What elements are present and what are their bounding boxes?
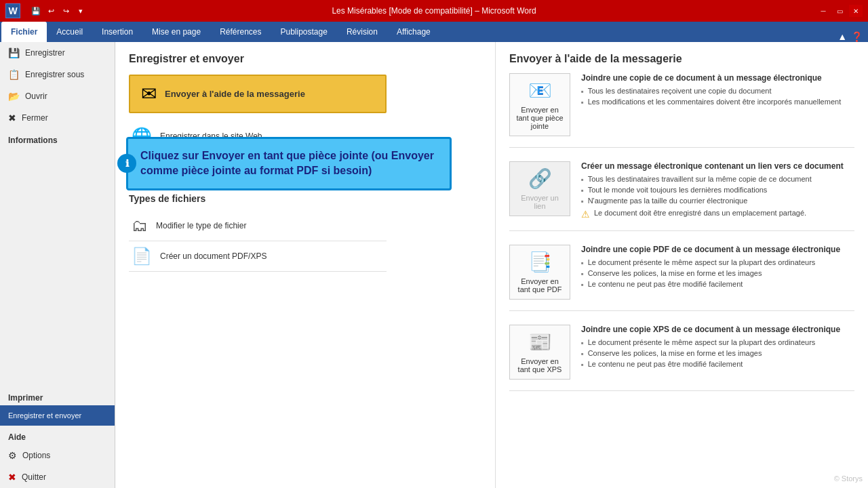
tab-references[interactable]: Références — [210, 22, 271, 42]
sidebar-item-fermer[interactable]: ✖ Fermer — [0, 107, 115, 129]
title-bar-left: W 💾 ↩ ↪ ▾ — [5, 3, 87, 18]
save-as-icon: 📋 — [8, 69, 20, 80]
word-logo: W — [5, 3, 20, 18]
main-layout: 💾 Enregistrer 📋 Enregistrer sous 📂 Ouvri… — [0, 42, 868, 488]
tab-publipostage[interactable]: Publipostage — [271, 22, 337, 42]
right-section-title: Envoyer à l'aide de la messagerie — [509, 53, 854, 65]
quitter-icon: ✖ — [8, 472, 16, 483]
xps-bullet-2-text: Conserve les polices, la mise en forme e… — [588, 349, 762, 357]
send-pdf-block: 📑 Envoyer en tant que PDF Joindre une co… — [509, 245, 854, 311]
send-pdf-row: 📑 Envoyer en tant que PDF Joindre une co… — [509, 245, 854, 300]
sidebar-quitter-label: Quitter — [22, 472, 46, 482]
create-pdf-btn[interactable]: 📄 Créer un document PDF/XPS — [129, 241, 387, 272]
attachment-icon: 📧 — [528, 79, 552, 102]
xps-bullet-3: Le contenu ne peut pas être modifié faci… — [581, 359, 854, 369]
left-section-title: Enregistrer et envoyer — [129, 53, 481, 65]
sidebar-enregistrer-envoyer-label: Enregistrer et envoyer — [8, 411, 81, 420]
send-attachment-bullets: Tous les destinataires reçoivent une cop… — [581, 85, 854, 107]
send-link-row: 🔗 Envoyer un lien Créer un message élect… — [509, 161, 854, 220]
redo-quick-btn[interactable]: ↪ — [60, 5, 72, 17]
link-bullet-3-text: N'augmente pas la taille du courrier éle… — [588, 197, 748, 205]
sidebar-item-ouvrir[interactable]: 📂 Ouvrir — [0, 85, 115, 107]
send-link-btn: 🔗 Envoyer un lien — [509, 161, 570, 216]
warning-icon: ⚠ — [581, 209, 590, 220]
bullet-2: Les modifications et les commentaires do… — [581, 96, 854, 107]
sidebar-item-enregistrer[interactable]: 💾 Enregistrer — [0, 42, 115, 64]
xps-bullet-2: Conserve les polices, la mise en forme e… — [581, 348, 854, 359]
sidebar-section-imprimer: Imprimer — [0, 386, 115, 405]
pdf-icon: 📄 — [132, 247, 152, 266]
send-link-label: Envoyer un lien — [515, 194, 564, 210]
save-quick-btn[interactable]: 💾 — [30, 5, 42, 17]
send-link-bullets: Tous les destinataires travaillent sur l… — [581, 174, 854, 206]
tab-revision[interactable]: Révision — [337, 22, 387, 42]
email-send-icon: ✉ — [141, 83, 157, 105]
modify-file-type-label: Modifier le type de fichier — [156, 221, 246, 230]
ribbon-tabs: Fichier Accueil Insertion Mise en page R… — [0, 22, 868, 42]
highlight-send-email-btn[interactable]: ✉ Envoyer à l'aide de la messagerie — [129, 75, 387, 113]
sidebar-ouvrir-label: Ouvrir — [25, 92, 47, 101]
link-bullet-2-text: Tout le monde voit toujours les dernière… — [588, 186, 768, 194]
collapse-ribbon-btn[interactable]: ▲ — [837, 31, 847, 42]
highlight-send-email-label: Envoyer à l'aide de la messagerie — [165, 89, 305, 99]
undo-quick-btn[interactable]: ↩ — [45, 5, 57, 17]
send-attachment-row: 📧 Envoyer en tant que pièce jointe Joind… — [509, 73, 854, 136]
maximize-button[interactable]: ▭ — [833, 5, 846, 17]
send-pdf-desc: Joindre une copie PDF de ce document à u… — [581, 245, 854, 289]
send-xps-label: Envoyer en tant que XPS — [515, 357, 564, 373]
tab-affichage[interactable]: Affichage — [387, 22, 440, 42]
tab-insertion[interactable]: Insertion — [92, 22, 142, 42]
send-pdf-title: Joindre une copie PDF de ce document à u… — [581, 245, 854, 254]
tooltip-info-icon: ℹ — [117, 154, 136, 173]
tab-mise-en-page[interactable]: Mise en page — [142, 22, 210, 42]
ribbon-right-controls: ▲ ❓ — [837, 31, 867, 42]
link-bullet-2: Tout le monde voit toujours les dernière… — [581, 184, 854, 195]
minimize-button[interactable]: ─ — [816, 5, 830, 17]
left-panel: Enregistrer et envoyer ✉ Envoyer à l'aid… — [115, 42, 495, 488]
sidebar-section-informations: Informations — [0, 129, 115, 148]
sidebar-item-options[interactable]: ⚙ Options — [0, 445, 115, 466]
pdf-icon: 📑 — [528, 251, 552, 273]
send-attachment-title: Joindre une copie de ce document à un me… — [581, 73, 854, 83]
tab-accueil[interactable]: Accueil — [47, 22, 92, 42]
send-pdf-label: Envoyer en tant que PDF — [515, 277, 564, 293]
xps-bullet-1-text: Le document présente le même aspect sur … — [588, 338, 816, 346]
modify-file-type-btn[interactable]: 🗂 Modifier le type de fichier — [129, 211, 387, 241]
close-button[interactable]: ✕ — [849, 5, 863, 17]
tab-fichier[interactable]: Fichier — [1, 22, 47, 42]
sidebar-item-enregistrer-envoyer[interactable]: Enregistrer et envoyer — [0, 405, 115, 426]
sidebar-item-enregistrer-sous[interactable]: 📋 Enregistrer sous — [0, 64, 115, 85]
send-link-desc: Créer un message électronique contenant … — [581, 161, 854, 220]
window-controls: ─ ▭ ✕ — [816, 5, 863, 17]
send-attachment-block: 📧 Envoyer en tant que pièce jointe Joind… — [509, 73, 854, 148]
sidebar-fermer-label: Fermer — [22, 113, 48, 123]
file-type-icon: 🗂 — [132, 216, 148, 235]
pdf-bullet-3-text: Le contenu ne peut pas être modifié faci… — [588, 280, 743, 288]
content-area: Enregistrer et envoyer ✉ Envoyer à l'aid… — [115, 42, 868, 488]
customize-quick-btn[interactable]: ▾ — [75, 5, 87, 17]
pdf-bullet-1: Le document présente le même aspect sur … — [581, 257, 854, 268]
tooltip-box: ℹ Cliquez sur Envoyer en tant que pièce … — [126, 137, 452, 190]
pdf-bullet-2-text: Conserve les polices, la mise en forme e… — [588, 269, 762, 277]
right-panel: Envoyer à l'aide de la messagerie 📧 Envo… — [495, 42, 868, 488]
send-attachment-btn[interactable]: 📧 Envoyer en tant que pièce jointe — [509, 73, 570, 136]
link-icon: 🔗 — [528, 167, 552, 190]
sidebar-enregistrer-label: Enregistrer — [25, 48, 65, 58]
sidebar-options-label: Options — [22, 451, 50, 460]
tooltip-text: Cliquez sur Envoyer en tant que pièce jo… — [140, 148, 437, 179]
sidebar: 💾 Enregistrer 📋 Enregistrer sous 📂 Ouvri… — [0, 42, 115, 488]
create-pdf-label: Créer un document PDF/XPS — [160, 251, 267, 261]
send-link-title: Créer un message électronique contenant … — [581, 161, 854, 171]
send-pdf-btn[interactable]: 📑 Envoyer en tant que PDF — [509, 245, 570, 300]
quick-access-toolbar: 💾 ↩ ↪ ▾ — [30, 5, 87, 17]
help-btn[interactable]: ❓ — [851, 31, 863, 42]
sidebar-enregistrer-sous-label: Enregistrer sous — [25, 70, 84, 79]
sidebar-item-quitter[interactable]: ✖ Quitter — [0, 466, 115, 488]
send-xps-btn[interactable]: 📰 Envoyer en tant que XPS — [509, 325, 570, 380]
file-types-title: Types de fichiers — [129, 193, 481, 204]
title-bar: W 💾 ↩ ↪ ▾ Les Misérables [Mode de compat… — [0, 0, 868, 22]
xps-bullet-1: Le document présente le même aspect sur … — [581, 337, 854, 348]
bullet-1: Tous les destinataires reçoivent une cop… — [581, 85, 854, 96]
send-attachment-label: Envoyer en tant que pièce jointe — [515, 106, 564, 130]
link-bullet-1-text: Tous les destinataires travaillent sur l… — [588, 175, 812, 183]
